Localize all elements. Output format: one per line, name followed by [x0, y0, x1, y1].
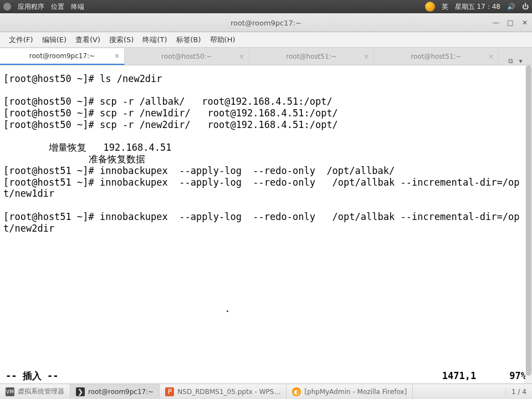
tab-label: root@host51:~ — [411, 53, 461, 60]
tab-menu-chevron-icon[interactable]: ▾ — [519, 57, 522, 65]
terminal-output[interactable]: [root@host50 ~]# ls /new2dir [root@host5… — [0, 65, 532, 368]
terminal-line: 增量恢复 192.168.4.51 — [3, 142, 529, 154]
firefox-icon: ◐ — [292, 387, 301, 396]
terminal-line: [root@host50 ~]# scp -r /allbak/ root@19… — [3, 96, 529, 108]
terminal-line — [3, 245, 529, 257]
vertical-scrollbar[interactable] — [525, 65, 532, 383]
terminal-line — [3, 131, 529, 142]
taskbar-label: [phpMyAdmin - Mozilla Firefox] — [304, 388, 407, 396]
update-indicator-icon[interactable] — [425, 2, 435, 12]
scrollbar-thumb[interactable] — [526, 65, 531, 376]
terminal-line: [root@host50 ~]# scp -r /new2dir/ root@1… — [3, 119, 529, 131]
volume-icon[interactable]: 🔊 — [507, 3, 515, 11]
terminal-line — [3, 280, 529, 291]
taskbar-item-firefox[interactable]: ◐ [phpMyAdmin - Mozilla Firefox] — [287, 384, 413, 399]
terminal-tabbar: root@room9pc17:~ × root@host50:~ × root@… — [0, 48, 532, 65]
vim-position: 1471,1 — [442, 370, 476, 381]
terminal-line: [root@host51 ~]# innobackupex --apply-lo… — [3, 165, 529, 177]
vm-manager-icon: VM — [6, 387, 14, 396]
tab-close-icon[interactable]: × — [114, 52, 120, 60]
taskbar-item-terminal[interactable]: ❯ root@room9pc17:~ — [70, 384, 160, 399]
terminal-line — [3, 349, 529, 361]
tab-close-icon[interactable]: × — [364, 53, 369, 60]
clock[interactable]: 星期五 17：48 — [455, 2, 500, 12]
terminal-line: [root@host50 ~]# scp -r /new1dir/ root@1… — [3, 108, 529, 119]
terminal-line: [root@host50 ~]# ls /new2dir — [3, 73, 529, 85]
taskbar-label: 虚拟系统管理器 — [18, 387, 64, 396]
terminal-line — [3, 337, 529, 349]
terminal-line — [3, 291, 529, 303]
tab-label: root@host51:~ — [286, 53, 336, 60]
terminal-line — [3, 234, 529, 245]
terminal-line: [root@host51 ~]# innobackupex --apply-lo… — [3, 177, 529, 200]
terminal-line: 准备恢复数据 — [3, 154, 529, 165]
vim-mode: -- 插入 -- — [6, 370, 58, 382]
tab-3[interactable]: root@host51:~ × — [374, 48, 499, 65]
terminal-icon: ❯ — [76, 387, 85, 396]
menu-search[interactable]: 搜索(S) — [106, 33, 137, 47]
power-icon[interactable]: ⏻ — [522, 3, 529, 11]
taskbar-label: root@room9pc17:~ — [88, 388, 154, 396]
menu-terminal[interactable]: 终端(T) — [139, 33, 170, 47]
tab-label: root@host50:~ — [161, 53, 212, 60]
terminal-pane: [root@host50 ~]# ls /new2dir [root@host5… — [0, 65, 532, 383]
terminal-line — [3, 200, 529, 211]
menu-view[interactable]: 查看(V) — [72, 33, 104, 47]
terminal-line — [3, 268, 529, 280]
panel-apps[interactable]: 应用程序 — [18, 2, 44, 12]
terminal-line — [3, 326, 529, 337]
panel-terminal[interactable]: 终端 — [71, 2, 84, 12]
tab-label: root@room9pc17:~ — [29, 52, 95, 60]
terminal-line: [root@host51 ~]# innobackupex --apply-lo… — [3, 211, 529, 234]
taskbar-item-vm[interactable]: VM 虚拟系统管理器 — [0, 384, 70, 399]
window-close-button[interactable]: ✕ — [521, 19, 529, 27]
tab-overview-icon[interactable]: ⧉ — [508, 57, 513, 65]
terminal-line — [3, 257, 529, 269]
menu-edit[interactable]: 编辑(E) — [39, 33, 70, 47]
bottom-taskbar: VM 虚拟系统管理器 ❯ root@room9pc17:~ P NSD_RDBM… — [0, 383, 532, 399]
menu-tabs[interactable]: 标签(B) — [173, 33, 204, 47]
tab-0[interactable]: root@room9pc17:~ × — [0, 48, 125, 65]
window-maximize-button[interactable]: □ — [507, 19, 514, 27]
tab-close-icon[interactable]: × — [488, 53, 494, 60]
taskbar-item-wps[interactable]: P NSD_RDBMS1_05.pptx - WPS… — [160, 384, 287, 399]
workspace-indicator[interactable]: 1 / 4 — [505, 388, 532, 396]
tab-1[interactable]: root@host50:~ × — [125, 48, 249, 65]
wps-icon: P — [165, 387, 174, 396]
window-title: root@room9pc17:~ — [231, 19, 301, 27]
panel-places[interactable]: 位置 — [51, 2, 64, 12]
menubar: 文件(F) 编辑(E) 查看(V) 搜索(S) 终端(T) 标签(B) 帮助(H… — [0, 32, 532, 48]
gnome-logo-icon — [3, 3, 11, 11]
menu-file[interactable]: 文件(F) — [6, 33, 37, 47]
terminal-line: . — [3, 303, 529, 315]
window-minimize-button[interactable]: — — [492, 19, 500, 27]
tab-2[interactable]: root@host51:~ × — [249, 48, 374, 65]
tab-close-icon[interactable]: × — [239, 53, 244, 60]
vim-status-line: -- 插入 -- 1471,1 97% — [0, 368, 532, 383]
window-titlebar: root@room9pc17:~ — □ ✕ — [0, 13, 532, 32]
top-panel: 应用程序 位置 终端 英 星期五 17：48 🔊 ⏻ — [0, 0, 532, 13]
menu-help[interactable]: 帮助(H) — [207, 33, 239, 47]
input-method-indicator[interactable]: 英 — [442, 2, 448, 12]
terminal-line — [3, 314, 529, 326]
terminal-line — [3, 85, 529, 96]
taskbar-label: NSD_RDBMS1_05.pptx - WPS… — [177, 388, 280, 396]
vim-percent: 97% — [509, 370, 526, 381]
